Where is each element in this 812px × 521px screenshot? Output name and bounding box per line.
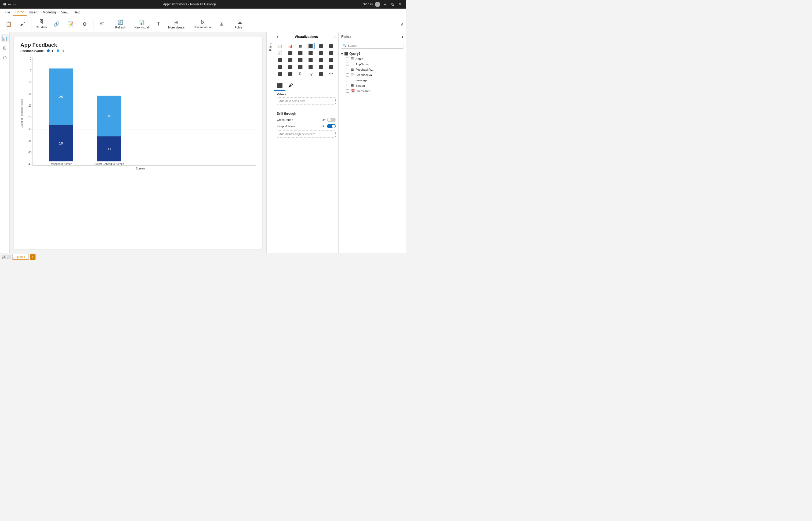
- viz-icon-pie[interactable]: ⬛: [286, 56, 294, 63]
- field-item-timestamp[interactable]: 📅 timestamp: [341, 88, 404, 94]
- viz-icon-more[interactable]: •••: [327, 71, 335, 77]
- menu-file[interactable]: File: [2, 9, 13, 15]
- transform-btn[interactable]: ⚙: [78, 17, 91, 31]
- menu-help[interactable]: Help: [71, 9, 83, 15]
- visualizations-panel: ‹ Visualizations › 📊 📊 ▦ ⬛ ⬛ ⬛ 📈 ⬛ ⬛ ⬛ ⬛: [274, 32, 339, 253]
- viz-icon-ribbon[interactable]: ⬛: [317, 50, 325, 56]
- y-tick-5: 20: [25, 104, 31, 107]
- refresh-btn[interactable]: 🔄 Refresh: [113, 17, 128, 31]
- sensitivity-btn[interactable]: 🏷: [96, 17, 109, 31]
- menu-insert[interactable]: Insert: [27, 9, 40, 15]
- viz-icon-clustered-bar[interactable]: 📊: [286, 43, 294, 49]
- viz-icon-matrix[interactable]: ⬛: [286, 71, 294, 77]
- field-checkbox-appid[interactable]: [346, 57, 349, 61]
- data-view-icon[interactable]: ⊞: [1, 44, 8, 51]
- menu-home[interactable]: Home: [13, 9, 27, 16]
- field-item-screen[interactable]: ☰ Screen: [341, 83, 404, 88]
- viz-icon-scatter[interactable]: ⬛: [276, 56, 284, 63]
- viz-icon-line[interactable]: 📈: [276, 50, 284, 56]
- text-box-btn[interactable]: T: [152, 17, 165, 31]
- paste-btn[interactable]: 📋: [2, 17, 15, 31]
- viz-icon-area[interactable]: ⬛: [286, 50, 294, 56]
- viz-icon-filled-map[interactable]: ⬛: [327, 56, 335, 63]
- viz-icon-gauge[interactable]: ⬛: [286, 64, 294, 70]
- viz-icon-100pct-col[interactable]: ⬛: [327, 43, 335, 49]
- viz-prev-btn[interactable]: ‹: [277, 35, 278, 39]
- menu-modeling[interactable]: Modeling: [40, 9, 59, 15]
- viz-icon-line-col[interactable]: ⬛: [307, 50, 315, 56]
- field-item-feedbackva[interactable]: ☰ FeedbackVa...: [341, 72, 404, 77]
- bar-stack-dashboard[interactable]: 16 25: [49, 68, 73, 161]
- report-view-icon[interactable]: 📊: [1, 35, 8, 42]
- field-checkbox-feedbackfr[interactable]: [346, 68, 349, 71]
- field-item-feedbackfr[interactable]: ☰ FeedbackFr...: [341, 67, 404, 72]
- viz-icon-python[interactable]: py: [307, 71, 315, 77]
- menu-view[interactable]: View: [59, 9, 71, 15]
- field-icon-screen: ☰: [351, 84, 354, 88]
- field-checkbox-feedbackva[interactable]: [346, 73, 349, 76]
- enter-data-btn[interactable]: 📝: [64, 17, 77, 31]
- new-visual-btn[interactable]: 📊 New visual: [132, 17, 151, 31]
- viz-icon-clustered-col[interactable]: ⬛: [317, 43, 325, 49]
- viz-icon-stacked-area[interactable]: ⬛: [296, 50, 304, 56]
- bar-stack-colleague[interactable]: 11 18: [97, 96, 121, 161]
- viz-icon-card[interactable]: ⬛: [296, 64, 304, 70]
- model-view-icon[interactable]: ⬡: [1, 54, 8, 61]
- viz-icon-map[interactable]: ⬛: [317, 56, 325, 63]
- restore-btn[interactable]: ⧉: [390, 2, 395, 7]
- close-btn[interactable]: ✕: [397, 2, 403, 7]
- page-tabs: ‹ › Page 1 + PAGE 1 OF 1: [0, 253, 406, 260]
- bars-area: 16 25 Dashboard Screen: [32, 57, 256, 166]
- fields-search-input[interactable]: [348, 44, 402, 47]
- add-page-btn[interactable]: +: [30, 254, 36, 260]
- field-checkbox-timestamp[interactable]: [346, 89, 349, 93]
- user-avatar[interactable]: [375, 2, 380, 7]
- add-data-fields-box[interactable]: Add data fields here: [277, 97, 335, 105]
- cross-report-toggle[interactable]: Off: [322, 118, 335, 122]
- viz-icon-treemap[interactable]: ⬛: [307, 56, 315, 63]
- keep-filters-toggle[interactable]: On: [321, 124, 335, 128]
- viz-icon-waterfall[interactable]: ⬛: [327, 50, 335, 56]
- sign-in-btn[interactable]: Sign in: [363, 2, 373, 6]
- fields-expand-btn[interactable]: ›: [402, 35, 403, 39]
- field-item-appid[interactable]: ☰ AppId: [341, 56, 404, 62]
- data-source-btn[interactable]: 🔗: [50, 17, 63, 31]
- viz-next-btn[interactable]: ›: [334, 35, 335, 39]
- viz-icon-table[interactable]: ⬛: [276, 71, 284, 77]
- viz-format-tab[interactable]: 🖌: [285, 81, 296, 91]
- more-visuals-btn[interactable]: ⊞ More visuals: [166, 17, 187, 31]
- field-checkbox-appname[interactable]: [346, 63, 349, 66]
- field-checkbox-message[interactable]: [346, 79, 349, 82]
- field-group-query1[interactable]: ∨ ⬛ Query1: [341, 51, 404, 56]
- add-drill-fields-box[interactable]: Add drill-through fields here: [277, 131, 335, 137]
- viz-build-tab[interactable]: ⬛: [274, 81, 285, 91]
- field-item-message[interactable]: ☰ message: [341, 77, 404, 83]
- viz-icon-donut[interactable]: ⬛: [296, 56, 304, 63]
- viz-icon-multicard[interactable]: ⬛: [307, 64, 315, 70]
- viz-icon-kpi[interactable]: ⬛: [317, 64, 325, 70]
- minimize-btn[interactable]: ─: [382, 2, 388, 7]
- quick-measure-btn[interactable]: ⊞: [215, 17, 228, 31]
- viz-icon-stacked-col[interactable]: ⬛: [307, 43, 315, 49]
- new-measure-btn[interactable]: fx New measure: [191, 17, 214, 31]
- publish-btn[interactable]: ☁ Publish: [233, 17, 247, 31]
- ribbon-collapse-btn[interactable]: ∧: [401, 22, 404, 27]
- filters-panel[interactable]: Filters: [266, 32, 274, 253]
- cross-report-track[interactable]: [327, 118, 335, 122]
- viz-icon-r-script[interactable]: R: [296, 71, 304, 77]
- undo-btn[interactable]: ↩: [8, 2, 11, 6]
- fields-search-box[interactable]: 🔍: [341, 43, 404, 49]
- viz-icon-slicer[interactable]: ⬛: [327, 64, 335, 70]
- redo-btn[interactable]: ↪: [13, 2, 16, 6]
- viz-icon-arcgis[interactable]: ⬛: [317, 71, 325, 77]
- get-data-btn[interactable]: 🗄 Get data: [33, 17, 49, 31]
- viz-icon-funnel[interactable]: ⬛: [276, 64, 284, 70]
- field-checkbox-screen[interactable]: [346, 84, 349, 87]
- publish-label: Publish: [235, 26, 245, 29]
- viz-icon-100pct-bar[interactable]: ▦: [296, 43, 304, 49]
- viz-icon-stacked-bar[interactable]: 📊: [276, 43, 284, 49]
- keep-filters-track[interactable]: [327, 124, 335, 128]
- format-painter-btn[interactable]: 🖌: [16, 17, 29, 31]
- field-item-appname[interactable]: ☰ AppName: [341, 62, 404, 67]
- filters-label[interactable]: Filters: [269, 43, 272, 51]
